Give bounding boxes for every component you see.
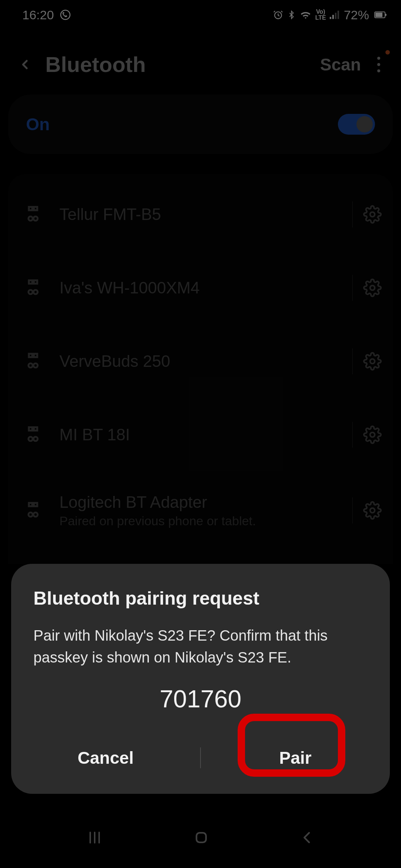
svg-point-19 (33, 513, 38, 517)
svg-point-14 (370, 359, 375, 364)
back-button[interactable] (15, 55, 35, 75)
device-category-icon (23, 351, 43, 371)
svg-point-7 (33, 217, 38, 221)
row-divider (352, 348, 353, 374)
svg-point-17 (370, 433, 375, 437)
volte-icon: Vo)LTE (315, 9, 326, 21)
device-name: Iva's WH-1000XM4 (59, 279, 350, 297)
status-bar: 16:20 Vo)LTE 72% (0, 0, 401, 30)
device-name: MI BT 18I (59, 425, 350, 444)
scan-button[interactable]: Scan (320, 55, 361, 75)
bluetooth-icon (287, 9, 296, 20)
device-subtext: Paired on previous phone or tablet. (59, 514, 350, 528)
device-category-icon (23, 278, 43, 298)
device-settings-button[interactable] (363, 425, 382, 444)
device-settings-button[interactable] (363, 501, 382, 520)
svg-point-12 (29, 364, 33, 368)
svg-rect-5 (338, 11, 339, 19)
svg-point-9 (29, 290, 33, 294)
device-list: Tellur FMT-B5 Iva's WH-1000XM4 VerveBuds… (8, 174, 393, 564)
device-row[interactable]: Tellur FMT-B5 (8, 178, 393, 251)
device-row[interactable]: Iva's WH-1000XM4 (8, 251, 393, 325)
row-divider (352, 201, 353, 227)
device-name: Logitech BT Adapter (59, 493, 350, 512)
cancel-button[interactable]: Cancel (11, 738, 200, 777)
bluetooth-toggle-row[interactable]: On (8, 95, 393, 154)
svg-point-13 (33, 364, 38, 368)
page-title: Bluetooth (45, 52, 320, 77)
svg-point-16 (33, 437, 38, 441)
system-nav-bar (0, 816, 401, 868)
dialog-passkey: 701760 (11, 685, 390, 734)
svg-point-15 (29, 437, 33, 441)
battery-icon (374, 11, 385, 18)
row-divider (352, 497, 353, 523)
status-left: 16:20 (22, 8, 71, 22)
nav-recents-button[interactable] (86, 829, 104, 846)
device-settings-button[interactable] (363, 279, 382, 297)
header: Bluetooth Scan (0, 30, 401, 95)
svg-rect-3 (332, 15, 334, 19)
wifi-icon (300, 10, 312, 20)
dialog-title: Bluetooth pairing request (11, 588, 390, 609)
device-category-icon (23, 204, 43, 224)
device-name: VerveBuds 250 (59, 352, 350, 371)
svg-point-8 (370, 212, 375, 217)
device-settings-button[interactable] (363, 205, 382, 224)
device-name: Tellur FMT-B5 (59, 205, 350, 224)
device-row[interactable]: MI BT 18I (8, 398, 393, 471)
svg-rect-4 (335, 13, 336, 19)
nav-home-button[interactable] (193, 829, 209, 846)
cell-signal-icon (330, 10, 340, 19)
row-divider (352, 275, 353, 301)
viber-icon (60, 9, 71, 20)
notification-dot (385, 50, 390, 55)
device-row[interactable]: Logitech BT Adapter Paired on previous p… (8, 471, 393, 549)
device-row[interactable]: VerveBuds 250 (8, 325, 393, 398)
status-right: Vo)LTE 72% (273, 8, 385, 22)
svg-point-20 (370, 508, 375, 513)
svg-rect-2 (330, 17, 331, 19)
svg-point-0 (61, 10, 70, 20)
pairing-dialog: Bluetooth pairing request Pair with Niko… (11, 564, 390, 794)
toggle-knob (356, 116, 373, 132)
dialog-actions: Cancel Pair (11, 734, 390, 777)
svg-point-11 (370, 286, 375, 290)
svg-point-6 (29, 217, 33, 221)
row-divider (352, 422, 353, 448)
alarm-icon (273, 10, 283, 20)
more-options-button[interactable] (371, 55, 386, 75)
pair-button[interactable]: Pair (201, 738, 390, 777)
bluetooth-toggle-switch[interactable] (338, 114, 375, 135)
device-settings-button[interactable] (363, 352, 382, 371)
svg-rect-24 (196, 833, 206, 842)
nav-back-button[interactable] (299, 829, 315, 846)
battery-percent: 72% (344, 8, 369, 22)
dialog-body: Pair with Nikolay's S23 FE? Confirm that… (11, 609, 390, 685)
bluetooth-toggle-label: On (26, 114, 50, 134)
status-clock: 16:20 (22, 8, 54, 22)
svg-point-18 (29, 513, 33, 517)
svg-point-10 (33, 290, 38, 294)
device-category-icon (23, 500, 43, 520)
device-category-icon (23, 425, 43, 445)
kebab-icon (377, 57, 380, 72)
